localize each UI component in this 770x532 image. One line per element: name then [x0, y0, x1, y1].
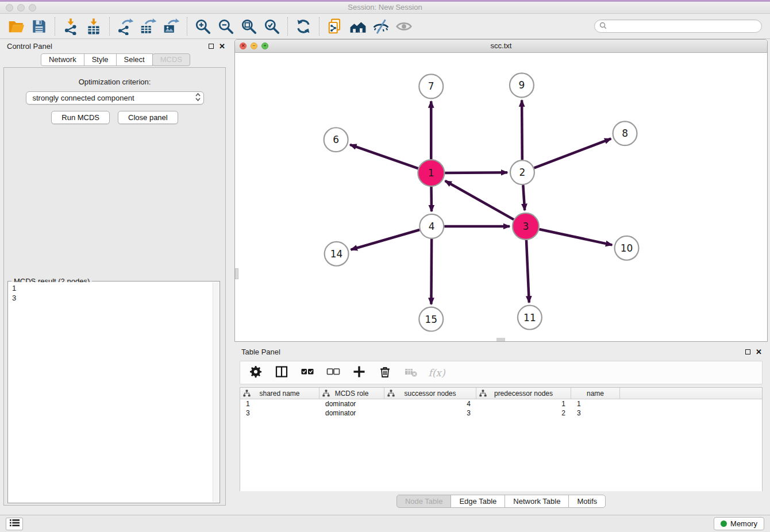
apply-preferred-layout-button[interactable] — [292, 16, 315, 37]
table-cell[interactable]: 2 — [476, 408, 571, 418]
graph-node-9[interactable]: 9 — [510, 73, 534, 97]
tab-select[interactable]: Select — [116, 53, 153, 66]
network-maximize-button[interactable]: + — [261, 43, 268, 49]
show-all-button[interactable] — [392, 16, 415, 37]
float-panel-icon[interactable] — [209, 44, 214, 49]
graph-edge-2-9[interactable] — [522, 100, 522, 160]
zoom-window-button[interactable] — [29, 4, 36, 11]
table-row[interactable]: 1dominator411 — [240, 399, 762, 408]
search-field[interactable] — [594, 20, 762, 33]
mcds-result-list[interactable]: 1 3 — [9, 282, 219, 502]
export-table-button[interactable] — [137, 16, 160, 37]
zoom-out-button[interactable] — [214, 16, 237, 37]
delete-entry-button[interactable] — [376, 364, 394, 381]
hide-selected-button[interactable] — [369, 16, 392, 37]
bottom-splitter-handle[interactable] — [496, 338, 505, 341]
graph-node-2[interactable]: 2 — [510, 160, 534, 184]
graph-node-4[interactable]: 4 — [419, 214, 444, 238]
clone-network-button[interactable] — [324, 16, 346, 37]
deselect-all-button[interactable] — [325, 364, 342, 381]
column-header-name[interactable]: name — [571, 388, 620, 399]
import-table-button[interactable] — [82, 16, 105, 37]
table-cell[interactable]: 3 — [384, 408, 476, 418]
graph-node-label-2: 2 — [519, 167, 526, 178]
table-cell[interactable]: 1 — [240, 399, 319, 408]
graph-node-1[interactable]: 1 — [418, 160, 444, 186]
column-header-successor-nodes[interactable]: successor nodes — [384, 388, 476, 399]
show-columns-button[interactable] — [273, 364, 290, 381]
minimize-window-button[interactable] — [17, 4, 25, 11]
close-mcds-panel-button[interactable]: Close panel — [118, 111, 178, 124]
network-canvas[interactable]: 7968124314101511 — [235, 53, 767, 342]
graph-edge-4-14[interactable] — [351, 230, 420, 250]
graph-node-6[interactable]: 6 — [324, 128, 348, 152]
graph-node-14[interactable]: 14 — [325, 242, 349, 266]
graph-edge-3-1[interactable] — [445, 181, 514, 219]
window-title: Session: New Session — [0, 2, 770, 13]
import-network-button[interactable] — [59, 16, 82, 37]
graph-node-10[interactable]: 10 — [615, 236, 639, 260]
graph-node-8[interactable]: 8 — [613, 121, 637, 145]
task-history-button[interactable] — [6, 518, 23, 530]
network-close-button[interactable]: ✕ — [240, 43, 247, 49]
add-entry-button[interactable] — [351, 364, 368, 381]
table-cell[interactable]: 3 — [240, 408, 319, 418]
search-input[interactable] — [610, 20, 761, 32]
network-window-titlebar[interactable]: ✕ − + scc.txt — [235, 40, 767, 53]
close-table-panel-icon[interactable]: ✕ — [756, 348, 762, 356]
left-scrollbar-thumb[interactable] — [235, 268, 238, 279]
open-file-button[interactable] — [5, 16, 28, 37]
window-titlebar[interactable]: Session: New Session — [0, 2, 770, 14]
tab-style[interactable]: Style — [84, 53, 117, 66]
zoom-selected-button[interactable] — [260, 16, 283, 37]
graph-node-3[interactable]: 3 — [513, 213, 539, 240]
zoom-in-button[interactable] — [191, 16, 214, 37]
graph-edge-3-11[interactable] — [526, 240, 529, 303]
zoom-fit-button[interactable] — [237, 16, 260, 37]
network-graph[interactable]: 7968124314101511 — [235, 53, 767, 342]
first-neighbors-button[interactable] — [346, 16, 369, 37]
import-table-icon — [85, 18, 102, 35]
graph-edge-1-6[interactable] — [350, 145, 418, 168]
tab-mcds[interactable]: MCDS — [152, 53, 190, 66]
export-image-button[interactable] — [160, 16, 183, 37]
network-minimize-button[interactable]: − — [251, 43, 257, 49]
column-header-shared-name[interactable]: shared name — [240, 388, 319, 399]
graph-edge-2-3[interactable] — [523, 185, 525, 210]
table-cell[interactable]: 1 — [476, 399, 571, 408]
graph-node-15[interactable]: 15 — [419, 307, 443, 331]
tab-network[interactable]: Network — [41, 53, 84, 66]
save-session-button[interactable] — [28, 16, 51, 37]
column-header-MCDS-role[interactable]: MCDS role — [319, 388, 384, 399]
graph-edge-4-15[interactable] — [431, 239, 432, 304]
column-header-predecessor-nodes[interactable]: predecessor nodes — [476, 388, 571, 399]
function-builder-button[interactable]: f(x) — [428, 364, 445, 381]
table-cell[interactable]: 4 — [384, 399, 476, 408]
table-row[interactable]: 3dominator323 — [240, 408, 762, 418]
float-table-panel-icon[interactable] — [745, 349, 750, 354]
criterion-select[interactable]: strongly connected component — [26, 91, 204, 105]
select-all-button[interactable] — [299, 364, 316, 381]
tab-motifs[interactable]: Motifs — [568, 495, 606, 508]
close-control-panel-icon[interactable]: ✕ — [219, 43, 225, 50]
table-cell[interactable]: dominator — [319, 399, 384, 408]
export-network-button[interactable] — [114, 16, 137, 37]
tab-edge-table[interactable]: Edge Table — [451, 495, 505, 508]
result-scrollbar[interactable] — [213, 282, 219, 502]
memory-button[interactable]: Memory — [714, 517, 764, 530]
table-settings-button[interactable] — [247, 364, 264, 381]
graph-edge-2-8[interactable] — [534, 138, 611, 168]
run-mcds-button[interactable]: Run MCDS — [51, 111, 110, 124]
destroy-table-button[interactable] — [402, 364, 419, 381]
tab-network-table[interactable]: Network Table — [505, 495, 569, 508]
graph-edge-3-10[interactable] — [539, 229, 612, 245]
table-cell[interactable]: dominator — [319, 408, 384, 418]
table-cell[interactable]: 3 — [571, 408, 620, 418]
graph-node-11[interactable]: 11 — [518, 306, 542, 330]
close-window-button[interactable] — [6, 4, 13, 11]
graph-edge-1-2[interactable] — [445, 172, 507, 173]
hide-selected-icon — [372, 18, 390, 35]
table-cell[interactable]: 1 — [571, 399, 620, 408]
graph-node-7[interactable]: 7 — [419, 74, 443, 98]
tab-node-table[interactable]: Node Table — [396, 495, 452, 508]
